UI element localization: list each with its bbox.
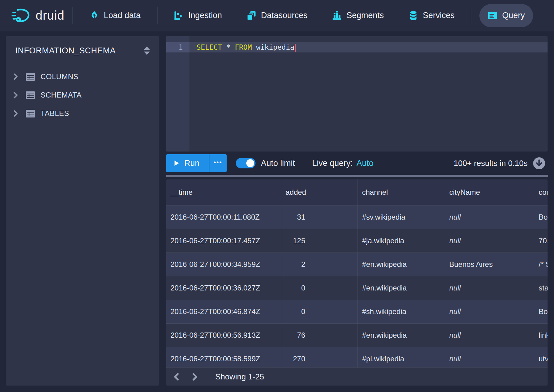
showing-label: Showing 1-25	[215, 372, 264, 382]
nav-item-label: Load data	[104, 11, 141, 20]
run-split-button: Run •••	[166, 154, 227, 172]
cell-added[interactable]: 31	[281, 206, 358, 229]
chevron-right-icon[interactable]	[13, 73, 19, 80]
cell-time[interactable]: 2016-06-27T00:00:11.080Z	[166, 206, 281, 229]
download-icon	[533, 157, 545, 170]
nav-item-label: Segments	[346, 11, 384, 20]
cell-added[interactable]: 2	[281, 253, 358, 276]
table-row: 2016-06-27T00:00:34.959Z 2 #en.wikipedia…	[166, 253, 548, 276]
cell-time[interactable]: 2016-06-27T00:00:56.913Z	[166, 324, 281, 347]
navbar: druid Load data Ingestion	[0, 0, 554, 31]
nav-item-datasources[interactable]: Datasources	[238, 4, 316, 27]
cell-channel[interactable]: #en.wikipedia	[358, 253, 445, 276]
table-row: 2016-06-27T00:00:46.874Z 0 #sh.wikipedia…	[166, 300, 548, 324]
datasources-icon	[247, 11, 256, 21]
nav-item-label: Ingestion	[188, 11, 222, 20]
sql-code-line[interactable]: SELECT * FROM wikipedia	[197, 42, 296, 52]
load-data-icon	[89, 11, 99, 21]
run-button-label: Run	[184, 159, 200, 168]
cell-time[interactable]: 2016-06-27T00:00:58.599Z	[166, 347, 281, 371]
column-header-time[interactable]: __time	[166, 179, 281, 205]
auto-limit-toggle[interactable]	[236, 158, 256, 168]
cell-added[interactable]: 0	[281, 300, 358, 323]
ellipsis-icon: •••	[214, 159, 222, 166]
nav-item-ingestion[interactable]: Ingestion	[166, 4, 230, 27]
nav-item-load-data[interactable]: Load data	[81, 4, 149, 27]
cell-added[interactable]: 0	[281, 276, 358, 300]
query-icon	[488, 11, 497, 21]
play-icon	[174, 160, 179, 166]
cell-added[interactable]: 76	[281, 324, 358, 347]
cell-comment[interactable]: 70.	[534, 229, 548, 252]
results-count: 100+ results in 0.10s	[454, 159, 528, 168]
cell-added[interactable]: 270	[281, 347, 358, 371]
column-header-channel[interactable]: channel	[358, 179, 445, 205]
live-query: Live query: Auto	[312, 159, 374, 168]
cell-comment[interactable]: sta	[534, 276, 548, 300]
column-header-added[interactable]: added	[281, 179, 358, 205]
cell-channel[interactable]: #ja.wikipedia	[358, 229, 445, 252]
cell-comment[interactable]: Bot	[534, 206, 548, 229]
table-icon	[25, 110, 35, 118]
cell-cityname[interactable]: null	[445, 276, 534, 300]
cell-cityname[interactable]: null	[445, 300, 534, 323]
nav-item-services[interactable]: Services	[400, 4, 463, 27]
results-footer: Showing 1-25	[166, 367, 548, 386]
resize-divider[interactable]	[166, 175, 548, 177]
schema-tree: COLUMNS SCHEMATA	[6, 67, 159, 123]
sql-text: wikipedia	[252, 43, 294, 51]
cell-time[interactable]: 2016-06-27T00:00:46.874Z	[166, 300, 281, 323]
tree-item-label: SCHEMATA	[41, 91, 82, 99]
cell-channel[interactable]: #en.wikipedia	[358, 276, 445, 300]
cell-channel[interactable]: #sv.wikipedia	[358, 206, 445, 229]
navbar-divider	[72, 7, 73, 24]
table-icon	[25, 73, 35, 81]
sort-schema-button[interactable]	[142, 45, 152, 56]
nav-item-label: Datasources	[261, 11, 308, 20]
column-header-comment[interactable]: comment	[534, 179, 548, 205]
cell-time[interactable]: 2016-06-27T00:00:17.457Z	[166, 229, 281, 252]
cell-channel[interactable]: #sh.wikipedia	[358, 300, 445, 323]
cell-time[interactable]: 2016-06-27T00:00:36.027Z	[166, 276, 281, 300]
sql-editor[interactable]: 1 SELECT * FROM wikipedia	[166, 36, 548, 152]
pager-prev-button[interactable]	[169, 370, 183, 384]
cell-cityname[interactable]: null	[445, 206, 534, 229]
cell-comment[interactable]: /* S	[534, 253, 548, 276]
cell-cityname[interactable]: null	[445, 324, 534, 347]
nav-item-query[interactable]: Query	[479, 4, 533, 27]
cell-comment[interactable]: link	[534, 324, 548, 347]
column-header-cityname[interactable]: cityName	[445, 179, 534, 205]
live-query-value[interactable]: Auto	[357, 159, 374, 168]
tree-item-columns[interactable]: COLUMNS	[6, 67, 159, 86]
line-number: 1	[166, 42, 189, 52]
results-table-body: 2016-06-27T00:00:11.080Z 31 #sv.wikipedi…	[166, 206, 548, 386]
cell-cityname[interactable]: null	[445, 347, 534, 371]
run-button[interactable]: Run	[166, 154, 209, 172]
sql-keyword: SELECT	[197, 43, 222, 51]
download-results-button[interactable]	[533, 157, 545, 170]
pager-next-button[interactable]	[188, 370, 202, 384]
services-icon	[408, 11, 418, 21]
cell-cityname[interactable]: Buenos Aires	[445, 253, 534, 276]
chevron-right-icon[interactable]	[13, 92, 19, 98]
nav-item-label: Services	[423, 11, 455, 20]
cell-channel[interactable]: #pl.wikipedia	[358, 347, 445, 371]
cell-comment[interactable]: Bot	[534, 300, 548, 323]
segments-icon	[332, 11, 342, 21]
chevron-right-icon[interactable]	[13, 110, 19, 117]
text-cursor	[295, 44, 296, 52]
cell-cityname[interactable]: null	[445, 229, 534, 252]
brand: druid	[11, 8, 64, 24]
cell-comment[interactable]: utv	[534, 347, 548, 371]
tree-item-schemata[interactable]: SCHEMATA	[6, 86, 159, 104]
tree-item-tables[interactable]: TABLES	[6, 104, 159, 123]
more-options-button[interactable]: •••	[209, 154, 227, 172]
run-bar: Run ••• Auto limit Live query: Auto 100+…	[166, 152, 548, 175]
nav-item-segments[interactable]: Segments	[324, 4, 392, 27]
chevron-left-icon	[174, 373, 179, 381]
live-query-label: Live query:	[312, 159, 353, 168]
cell-added[interactable]: 125	[281, 229, 358, 252]
cell-time[interactable]: 2016-06-27T00:00:34.959Z	[166, 253, 281, 276]
cell-channel[interactable]: #en.wikipedia	[358, 324, 445, 347]
schema-panel-header: INFORMATION_SCHEMA	[6, 36, 159, 60]
